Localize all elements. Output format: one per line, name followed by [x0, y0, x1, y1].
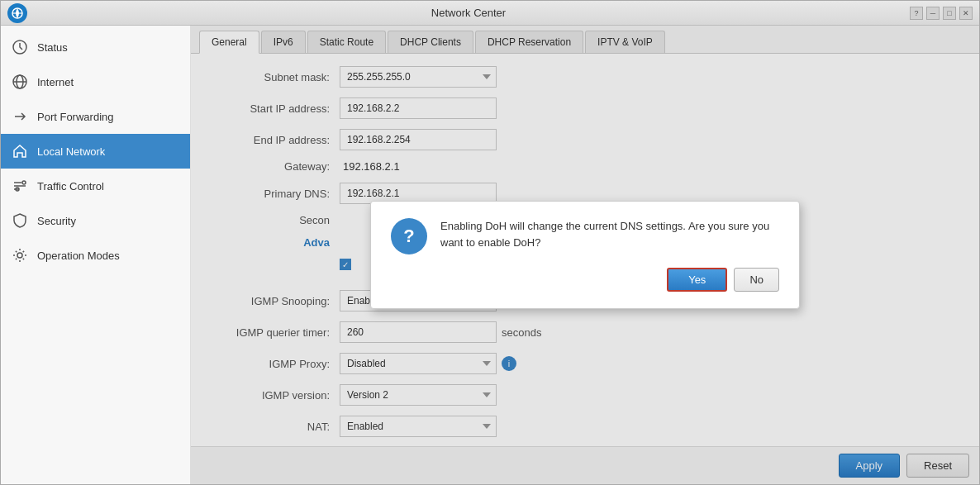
confirmation-dialog: ? Enabling DoH will change the current D… [370, 201, 800, 309]
sidebar-item-security[interactable]: Security [1, 203, 190, 238]
maximize-button[interactable]: □ [943, 7, 956, 20]
dialog-icon-text: ? [403, 226, 414, 247]
sidebar-item-security-label: Security [37, 215, 76, 227]
sidebar-item-local-network-label: Local Network [37, 145, 105, 158]
operation-modes-icon [11, 246, 29, 264]
app-logo [7, 3, 27, 23]
help-button[interactable]: ? [910, 7, 923, 20]
content-area: General IPv6 Static Route DHCP Clients D… [191, 26, 979, 484]
security-icon [11, 212, 29, 230]
sidebar-item-port-forwarding[interactable]: Port Forwarding [1, 99, 190, 134]
sidebar-item-port-forwarding-label: Port Forwarding [37, 111, 113, 123]
window-title: Network Center [27, 7, 910, 19]
sidebar-item-operation-modes-label: Operation Modes [37, 250, 120, 262]
internet-icon [11, 73, 29, 91]
sidebar-item-operation-modes[interactable]: Operation Modes [1, 238, 190, 273]
sidebar-item-traffic-control[interactable]: Traffic Control [1, 169, 190, 203]
svg-point-9 [22, 181, 26, 184]
dialog-question-icon: ? [391, 218, 427, 254]
traffic-control-icon [11, 177, 29, 195]
main-window: Network Center ? ─ □ ✕ Status Internet [0, 0, 980, 485]
dialog-message: Enabling DoH will change the current DNS… [440, 218, 779, 250]
dialog-yes-button[interactable]: Yes [667, 268, 727, 292]
titlebar: Network Center ? ─ □ ✕ [1, 1, 979, 26]
sidebar-item-local-network[interactable]: Local Network [1, 134, 190, 169]
dialog-overlay: ? Enabling DoH will change the current D… [191, 26, 979, 484]
window-controls: ? ─ □ ✕ [910, 7, 973, 20]
dialog-no-button[interactable]: No [734, 268, 779, 292]
minimize-button[interactable]: ─ [926, 7, 940, 20]
port-forwarding-icon [11, 107, 29, 126]
sidebar-item-internet[interactable]: Internet [1, 64, 190, 99]
sidebar-item-internet-label: Internet [37, 76, 74, 88]
sidebar-item-status[interactable]: Status [1, 30, 190, 64]
sidebar: Status Internet Port Forwarding Local Ne… [1, 26, 191, 484]
close-button[interactable]: ✕ [959, 7, 973, 20]
local-network-icon [11, 142, 29, 160]
sidebar-item-traffic-control-label: Traffic Control [37, 180, 104, 193]
dialog-body: ? Enabling DoH will change the current D… [391, 218, 779, 254]
dialog-buttons: Yes No [391, 268, 779, 292]
status-icon [11, 38, 29, 56]
main-content: Status Internet Port Forwarding Local Ne… [1, 26, 979, 484]
sidebar-item-status-label: Status [37, 41, 68, 54]
svg-point-11 [17, 253, 22, 258]
